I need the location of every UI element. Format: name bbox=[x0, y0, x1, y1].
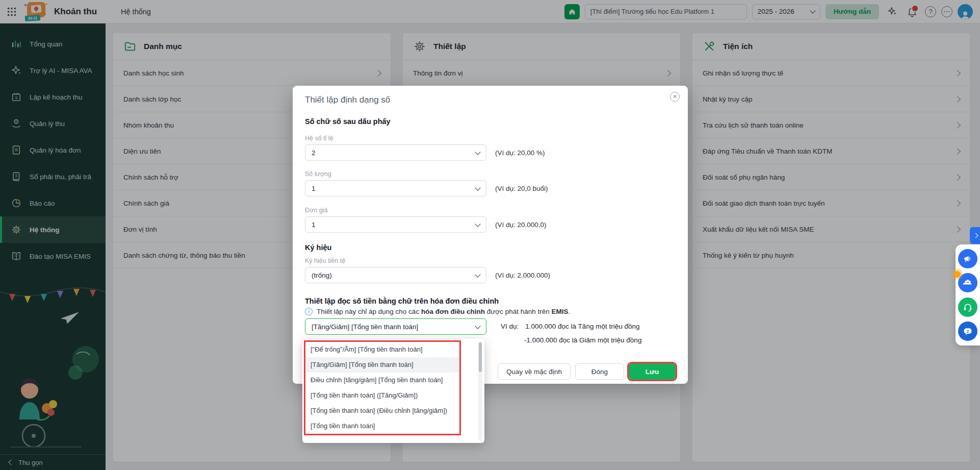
megaphone-icon bbox=[963, 254, 973, 264]
section-symbol: Ký hiệu bbox=[305, 243, 676, 252]
field-hint: (Ví dụ: 2.000.000) bbox=[495, 271, 550, 279]
close-icon[interactable]: ✕ bbox=[670, 92, 680, 102]
modal-title: Thiết lập định dạng số bbox=[305, 86, 676, 105]
chat-zalo-button[interactable]: Z bbox=[958, 321, 977, 341]
community-icon bbox=[962, 277, 973, 288]
chevron-down-icon bbox=[475, 271, 480, 277]
chevron-down-icon bbox=[475, 185, 480, 190]
headset-icon bbox=[963, 302, 973, 312]
chevron-right-icon bbox=[973, 233, 978, 238]
chevron-down-icon bbox=[475, 323, 480, 329]
close-button[interactable]: Đóng bbox=[575, 363, 624, 380]
field-label-so-luong: Số lượng bbox=[305, 170, 676, 178]
dropdown-option[interactable]: [Tổng tiền thanh toán] ([Tăng/Giảm]) bbox=[305, 388, 459, 403]
amount-reading-select[interactable]: [Tăng/Giảm] [Tổng tiền thanh toán] bbox=[305, 318, 486, 335]
save-button[interactable]: Lưu bbox=[629, 363, 676, 380]
example-line-2: -1.000.000 đọc là Giảm một triệu đồng bbox=[524, 336, 641, 344]
reset-default-button[interactable]: Quay về mặc định bbox=[498, 363, 571, 380]
field-label-he-so-ti-le: Hệ số tỉ lệ bbox=[305, 135, 676, 142]
dropdown-option[interactable]: [Tổng tiền thanh toán] (Điều chỉnh [tăng… bbox=[305, 403, 459, 418]
community-badge bbox=[954, 271, 961, 278]
example-label: Ví dụ: bbox=[501, 323, 519, 330]
so-luong-select[interactable]: 1 bbox=[305, 180, 486, 196]
chat-icon: Z bbox=[963, 326, 973, 336]
dropdown-option[interactable]: Điều chỉnh [tăng/giảm] [Tổng tiền thanh … bbox=[305, 373, 459, 388]
example-line-1: 1.000.000 đọc là Tăng một triệu đồng bbox=[525, 323, 639, 330]
he-so-ti-le-select[interactable]: 2 bbox=[305, 144, 486, 161]
dropdown-option-selected[interactable]: [Tăng/Giảm] [Tổng tiền thanh toán] bbox=[305, 357, 459, 373]
announcements-button[interactable] bbox=[958, 249, 977, 268]
reading-format-dropdown: ["Để trống"/Âm] [Tổng tiền thanh toán] [… bbox=[302, 339, 484, 443]
reading-example: Ví dụ: 1.000.000 đọc là Tăng một triệu đ… bbox=[501, 318, 641, 344]
reading-note-text: Thiết lập này chỉ áp dụng cho các hóa đơ… bbox=[317, 308, 570, 315]
field-hint: (Ví dụ: 20,00 %) bbox=[495, 149, 545, 157]
dropdown-scrollbar[interactable] bbox=[479, 342, 482, 372]
dropdown-scrollbar-track bbox=[478, 341, 482, 440]
dropdown-options-annotated: ["Để trống"/Âm] [Tổng tiền thanh toán] [… bbox=[304, 340, 461, 435]
app-root: 20-11 Khoản thu Hệ thống [Thí điểm] Trườ… bbox=[0, 0, 980, 470]
svg-text:Z: Z bbox=[967, 329, 969, 333]
field-hint: (Ví dụ: 20.000,0) bbox=[495, 221, 547, 229]
info-icon: i bbox=[305, 308, 313, 315]
dropdown-option[interactable]: ["Để trống"/Âm] [Tổng tiền thanh toán] bbox=[305, 342, 459, 357]
field-label-don-gia: Đơn giá bbox=[305, 207, 676, 214]
reading-note: i Thiết lập này chỉ áp dụng cho các hóa … bbox=[305, 308, 676, 315]
section-decimal-digits: Số chữ số sau dấu phẩy bbox=[305, 117, 676, 126]
chevron-down-icon bbox=[475, 221, 480, 227]
support-widget-collapse-tab[interactable] bbox=[970, 227, 980, 244]
currency-symbol-select[interactable]: (trống) bbox=[305, 267, 486, 283]
chevron-down-icon bbox=[475, 149, 480, 155]
section-amount-reading: Thiết lập đọc số tiền bằng chữ trên hóa … bbox=[305, 297, 676, 305]
community-button[interactable] bbox=[958, 273, 977, 292]
field-label-ky-hieu-tien-te: Ký hiệu tiền tệ bbox=[305, 257, 676, 264]
dropdown-option[interactable]: [Tổng tiền thanh toán] bbox=[305, 418, 459, 434]
don-gia-select[interactable]: 1 bbox=[305, 216, 486, 233]
support-button[interactable] bbox=[958, 298, 977, 317]
field-hint: (Ví dụ: 20,0 buổi) bbox=[495, 185, 548, 192]
support-widget-dock: Z bbox=[956, 244, 980, 345]
